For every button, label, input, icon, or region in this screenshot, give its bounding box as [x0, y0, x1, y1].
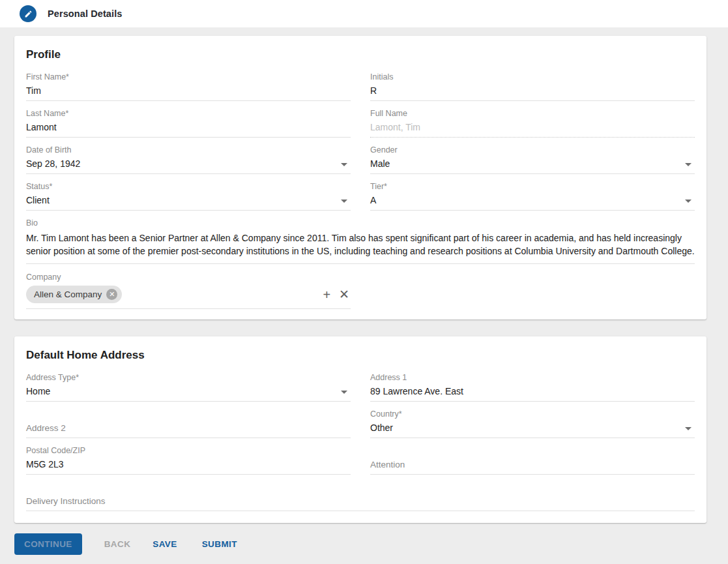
- profile-card: Profile First Name* Tim Initials R Last …: [14, 36, 706, 319]
- attention-field[interactable]: Attention: [370, 446, 695, 475]
- date-of-birth-select[interactable]: Date of Birth Sep 28, 1942: [26, 145, 351, 174]
- address-heading: Default Home Address: [26, 349, 695, 362]
- address2-field[interactable]: Address 2: [26, 409, 351, 438]
- address-type-select[interactable]: Address Type* Home: [26, 373, 351, 402]
- company-chip[interactable]: Allen & Company ✕: [26, 286, 122, 303]
- address1-value: 89 Lawrence Ave. East: [370, 386, 695, 396]
- attention-label: Attention: [370, 460, 695, 469]
- postal-code-value: M5G 2L3: [26, 459, 351, 469]
- page-header: Personal Details: [0, 0, 728, 27]
- page-title: Personal Details: [48, 8, 122, 19]
- tier-value: A: [370, 195, 695, 205]
- first-name-value: Tim: [26, 85, 351, 96]
- address1-field[interactable]: Address 1 89 Lawrence Ave. East: [370, 373, 695, 402]
- address2-label: Address 2: [26, 424, 351, 433]
- chevron-down-icon[interactable]: [341, 200, 347, 203]
- initials-label: Initials: [370, 72, 695, 82]
- initials-value: R: [370, 85, 695, 96]
- full-name-value: Lamont, Tim: [370, 122, 695, 132]
- chevron-down-icon[interactable]: [685, 163, 692, 166]
- country-select[interactable]: Country* Other: [370, 409, 695, 438]
- last-name-label: Last Name*: [26, 109, 351, 118]
- profile-heading: Profile: [26, 48, 695, 61]
- chevron-down-icon[interactable]: [685, 200, 692, 203]
- chevron-down-icon[interactable]: [341, 391, 347, 394]
- bio-value: Mr. Tim Lamont has been a Senior Partner…: [26, 232, 695, 258]
- tier-label: Tier*: [370, 182, 695, 191]
- chip-remove-icon[interactable]: ✕: [106, 289, 117, 300]
- status-select[interactable]: Status* Client: [26, 182, 351, 211]
- address1-label: Address 1: [370, 373, 695, 382]
- status-label: Status*: [26, 182, 351, 191]
- full-name-field: Full Name Lamont, Tim: [370, 109, 695, 138]
- delivery-instructions-label: Delivery Instructions: [26, 497, 695, 506]
- edit-pencil-icon: [20, 5, 36, 22]
- initials-field[interactable]: Initials R: [370, 72, 695, 101]
- clear-company-icon[interactable]: ✕: [339, 289, 349, 301]
- first-name-field[interactable]: First Name* Tim: [26, 72, 351, 101]
- bio-field[interactable]: Bio Mr. Tim Lamont has been a Senior Par…: [26, 218, 695, 264]
- back-button[interactable]: BACK: [96, 533, 139, 555]
- bio-label: Bio: [26, 218, 695, 228]
- status-value: Client: [26, 195, 351, 205]
- country-label: Country*: [370, 409, 695, 419]
- country-value: Other: [370, 423, 695, 433]
- gender-value: Male: [370, 158, 695, 169]
- continue-button[interactable]: CONTINUE: [14, 533, 82, 555]
- submit-button[interactable]: SUBMIT: [194, 533, 245, 555]
- tier-select[interactable]: Tier* A: [370, 182, 695, 211]
- gender-select[interactable]: Gender Male: [370, 145, 695, 174]
- company-field[interactable]: Company Allen & Company ✕ + ✕: [26, 273, 351, 309]
- chevron-down-icon[interactable]: [341, 163, 347, 166]
- date-of-birth-value: Sep 28, 1942: [26, 158, 351, 169]
- company-chip-label: Allen & Company: [34, 289, 102, 299]
- gender-label: Gender: [370, 145, 695, 155]
- default-home-address-card: Default Home Address Address Type* Home …: [14, 336, 706, 523]
- date-of-birth-label: Date of Birth: [26, 145, 351, 155]
- last-name-field[interactable]: Last Name* Lamont: [26, 109, 351, 138]
- address-type-value: Home: [26, 386, 351, 396]
- delivery-instructions-field[interactable]: Delivery Instructions: [26, 482, 695, 511]
- postal-code-label: Postal Code/ZIP: [26, 446, 351, 455]
- postal-code-field[interactable]: Postal Code/ZIP M5G 2L3: [26, 446, 351, 475]
- form-actions: CONTINUE BACK SAVE SUBMIT: [14, 533, 728, 555]
- add-company-icon[interactable]: +: [323, 289, 330, 301]
- last-name-value: Lamont: [26, 122, 351, 132]
- save-button[interactable]: SAVE: [145, 533, 184, 555]
- company-label: Company: [26, 273, 351, 282]
- address-type-label: Address Type*: [26, 373, 351, 382]
- chevron-down-icon[interactable]: [685, 427, 692, 430]
- full-name-label: Full Name: [370, 109, 695, 118]
- first-name-label: First Name*: [26, 72, 351, 82]
